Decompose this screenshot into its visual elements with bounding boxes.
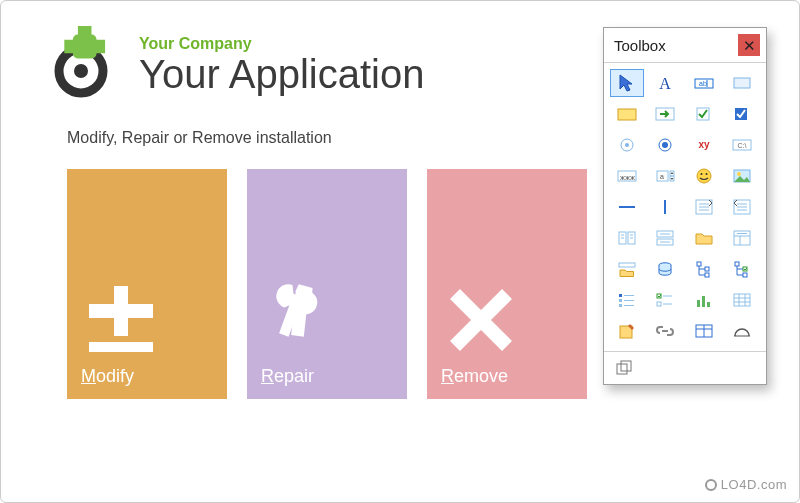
svg-point-19 — [662, 142, 668, 148]
tool-node-list[interactable] — [610, 286, 644, 314]
svg-rect-11 — [734, 78, 750, 88]
modify-tile[interactable]: Modify — [67, 169, 227, 399]
tool-folder-open[interactable] — [687, 224, 721, 252]
toolbox-titlebar[interactable]: Toolbox ✕ — [604, 28, 766, 63]
svg-point-31 — [737, 172, 741, 176]
svg-rect-77 — [734, 294, 750, 306]
svg-rect-75 — [702, 296, 705, 307]
tool-label[interactable]: A — [648, 69, 682, 97]
titles: Your Company Your Application — [139, 35, 424, 95]
tool-grid[interactable] — [725, 286, 759, 314]
tool-emoji[interactable] — [687, 162, 721, 190]
svg-point-17 — [625, 143, 629, 147]
svg-rect-56 — [619, 263, 635, 267]
svg-rect-12 — [618, 109, 636, 120]
close-button[interactable]: ✕ — [738, 34, 760, 56]
tool-radio-empty[interactable] — [610, 131, 644, 159]
tool-tree-check[interactable] — [725, 255, 759, 283]
tool-note-pin[interactable] — [610, 317, 644, 345]
watermark-icon — [705, 479, 717, 491]
svg-text:C:\: C:\ — [737, 142, 746, 149]
repair-label: Repair — [261, 366, 314, 387]
svg-rect-61 — [735, 262, 739, 266]
svg-rect-59 — [705, 267, 709, 271]
tool-hrule[interactable] — [610, 193, 644, 221]
toolbox-title: Toolbox — [614, 37, 666, 54]
tool-copy-stack[interactable] — [610, 356, 638, 380]
svg-rect-88 — [617, 364, 627, 374]
remove-label: Remove — [441, 366, 508, 387]
tool-check-list[interactable] — [648, 286, 682, 314]
tool-checkbox[interactable] — [687, 100, 721, 128]
tool-vrule[interactable] — [648, 193, 682, 221]
svg-text:A: A — [659, 75, 671, 92]
company-name: Your Company — [139, 35, 424, 53]
tool-image[interactable] — [725, 162, 759, 190]
tool-hyperlink[interactable]: xy — [687, 131, 721, 159]
svg-point-1 — [74, 64, 88, 78]
tool-updown[interactable]: a — [648, 162, 682, 190]
svg-rect-66 — [619, 304, 622, 307]
remove-tile[interactable]: Remove — [427, 169, 587, 399]
svg-rect-71 — [657, 302, 661, 306]
tool-folder-bar[interactable] — [610, 255, 644, 283]
svg-text:⁎⁎⁎: ⁎⁎⁎ — [620, 171, 635, 182]
tool-groupbox[interactable] — [610, 100, 644, 128]
tool-panel[interactable] — [725, 69, 759, 97]
tool-indent-left[interactable] — [725, 193, 759, 221]
svg-rect-3 — [89, 304, 153, 318]
tool-list-detail[interactable] — [725, 224, 759, 252]
watermark-text: LO4D.com — [721, 477, 787, 492]
svg-point-29 — [705, 173, 707, 175]
tool-column-layout[interactable] — [610, 224, 644, 252]
repair-icon — [261, 280, 341, 360]
tool-path-field[interactable]: C:\ — [725, 131, 759, 159]
tool-link-chain[interactable] — [648, 317, 682, 345]
svg-text:ab: ab — [699, 80, 707, 87]
svg-rect-74 — [697, 300, 700, 307]
svg-point-27 — [697, 169, 711, 183]
svg-rect-4 — [89, 342, 153, 352]
modify-label: Modify — [81, 366, 134, 387]
tool-tree-view[interactable] — [687, 255, 721, 283]
tool-radio-selected[interactable] — [648, 131, 682, 159]
svg-rect-60 — [705, 273, 709, 277]
toolbox-window[interactable]: Toolbox ✕ A ab xy C:\ ⁎⁎⁎ a — [603, 27, 767, 385]
tool-table-frame[interactable] — [687, 317, 721, 345]
tool-password-field[interactable]: ⁎⁎⁎ — [610, 162, 644, 190]
tool-row-layout[interactable] — [648, 224, 682, 252]
tool-button-arrow[interactable] — [648, 100, 682, 128]
tool-indent-right[interactable] — [687, 193, 721, 221]
tool-textbox[interactable]: ab — [687, 69, 721, 97]
svg-point-28 — [700, 173, 702, 175]
svg-rect-58 — [697, 262, 701, 266]
modify-icon — [81, 280, 161, 360]
tool-bar-chart[interactable] — [687, 286, 721, 314]
toolbox-footer — [604, 351, 766, 384]
svg-rect-65 — [619, 299, 622, 302]
close-icon: ✕ — [743, 38, 756, 53]
svg-rect-89 — [621, 361, 631, 371]
svg-rect-64 — [619, 294, 622, 297]
svg-text:a: a — [660, 173, 664, 180]
tool-pointer[interactable] — [610, 69, 644, 97]
toolbox-grid: A ab xy C:\ ⁎⁎⁎ a — [604, 63, 766, 351]
app-name: Your Application — [139, 53, 424, 95]
app-logo-icon — [41, 25, 121, 105]
svg-rect-76 — [707, 302, 710, 307]
svg-rect-63 — [743, 273, 747, 277]
tool-checkbox-checked[interactable] — [725, 100, 759, 128]
repair-tile[interactable]: Repair — [247, 169, 407, 399]
svg-text:xy: xy — [698, 139, 710, 150]
remove-icon — [441, 280, 521, 360]
tool-arc-shape[interactable] — [725, 317, 759, 345]
tool-db-stack[interactable] — [648, 255, 682, 283]
watermark: LO4D.com — [705, 477, 787, 492]
